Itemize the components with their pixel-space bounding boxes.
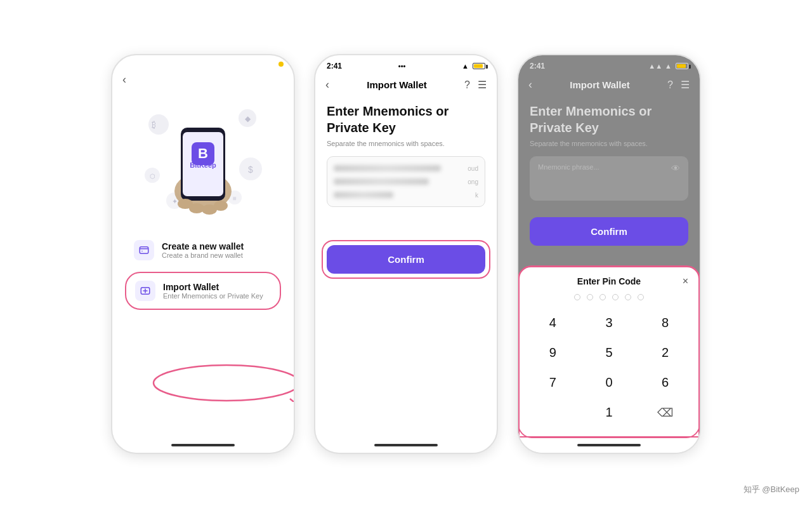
pin-key-7[interactable]: 7 xyxy=(526,369,580,396)
pin-dot-3 xyxy=(599,294,606,300)
create-wallet-text: Create a new wallet Create a brand new w… xyxy=(162,241,244,259)
pin-dot-6 xyxy=(638,294,644,300)
wifi-icon: ▲ xyxy=(462,62,469,70)
create-wallet-icon xyxy=(134,240,154,260)
mnemonic-input-blurred[interactable]: oud ong k xyxy=(327,156,485,207)
pin-dot-1 xyxy=(574,294,580,300)
watermark: 知乎 @BitKeep xyxy=(743,484,799,495)
pin-key-9[interactable]: 9 xyxy=(526,339,580,366)
phone2-import-content: Enter Mnemonics orPrivate Key Separate t… xyxy=(315,97,497,438)
svg-point-23 xyxy=(141,251,143,252)
import-wallet-text: Import Wallet Enter Mnemonics or Private… xyxy=(163,282,263,300)
phone-3: 2:41 ▲▲ ▲ ‹ Import Wallet ? ☰ Enter Mnem… xyxy=(517,54,701,454)
svg-point-25 xyxy=(154,365,295,401)
pin-backspace-button[interactable]: ⌫ xyxy=(638,399,692,426)
pin-dot-2 xyxy=(587,294,593,300)
phone2-nav-actions: ? ☰ xyxy=(464,79,487,91)
phone3-top-content: Enter Mnemonics orPrivate Key Separate t… xyxy=(518,97,700,217)
phone3-nav-actions: ? ☰ xyxy=(667,79,690,91)
phone-1: ‹ ₿ ◆ ⬡ $ ✦ ≡ xyxy=(111,54,295,454)
phone3-wifi-icon: ▲ xyxy=(665,62,672,70)
phone2-nav-title: Import Wallet xyxy=(367,79,426,90)
wallet-options: Create a new wallet Create a brand new w… xyxy=(112,226,294,316)
pin-key-2[interactable]: 2 xyxy=(638,339,692,366)
create-wallet-title: Create a new wallet xyxy=(162,241,244,251)
bitkeep-illustration: ₿ ◆ ⬡ $ ✦ ≡ BitKeep B xyxy=(140,93,266,220)
create-wallet-subtitle: Create a brand new wallet xyxy=(162,251,244,259)
pin-key-4[interactable]: 4 xyxy=(526,309,580,337)
import-wallet-subtitle: Enter Mnemonics or Private Key xyxy=(163,292,263,300)
home-indicator-3 xyxy=(518,438,700,453)
phone2-nav-bar: ‹ Import Wallet ? ☰ xyxy=(315,73,497,97)
blur-line-3 xyxy=(334,192,393,198)
svg-point-21 xyxy=(214,201,228,211)
pin-key-3[interactable]: 3 xyxy=(582,309,636,337)
battery-fill xyxy=(474,64,483,68)
phone3-menu-icon[interactable]: ☰ xyxy=(681,79,690,91)
phone3-battery-icon xyxy=(676,63,688,69)
phone3-battery-fill xyxy=(677,64,686,68)
phone2-signal-icon: ••• xyxy=(398,62,406,70)
home-bar-3 xyxy=(577,444,641,446)
svg-text:B: B xyxy=(198,145,208,161)
phone3-nav-bar: ‹ Import Wallet ? ☰ xyxy=(518,73,700,97)
phone3-confirm-button[interactable]: Confirm xyxy=(530,217,688,246)
svg-text:₿: ₿ xyxy=(152,119,156,130)
import-wallet-option[interactable]: Import Wallet Enter Mnemonics or Private… xyxy=(125,272,281,310)
svg-text:$: $ xyxy=(248,164,253,175)
pin-code-panel: Enter Pin Code × 4 3 8 9 5 2 7 0 6 xyxy=(518,266,700,438)
menu-icon[interactable]: ☰ xyxy=(478,79,487,91)
blur-end-text-2: ong xyxy=(453,178,478,185)
pin-title: Enter Pin Code xyxy=(577,276,641,286)
svg-text:≡: ≡ xyxy=(233,195,237,202)
phone3-input-placeholder: Mnemonic phrase... xyxy=(538,163,599,171)
phone2-confirm-button[interactable]: Confirm xyxy=(327,245,485,274)
pin-close-button[interactable]: × xyxy=(683,276,688,287)
phone2-section-title: Enter Mnemonics orPrivate Key xyxy=(327,103,485,136)
pin-dot-5 xyxy=(625,294,631,300)
status-dot xyxy=(278,62,284,67)
phone3-status-icons: ▲▲ ▲ xyxy=(648,62,688,70)
phone1-back-button[interactable]: ‹ xyxy=(122,73,126,86)
phone1-welcome-content: ₿ ◆ ⬡ $ ✦ ≡ BitKeep B xyxy=(112,86,294,438)
pin-key-6[interactable]: 6 xyxy=(638,369,692,396)
pin-key-5[interactable]: 5 xyxy=(582,339,636,366)
home-indicator-2 xyxy=(315,438,497,453)
import-wallet-title: Import Wallet xyxy=(163,282,263,292)
phone-2: 2:41 ••• ▲ ‹ Import Wallet ? ☰ Enter Mne… xyxy=(314,54,498,454)
phone3-status-bar: 2:41 ▲▲ ▲ xyxy=(518,55,700,73)
pin-key-0[interactable]: 0 xyxy=(582,369,636,396)
svg-text:✦: ✦ xyxy=(172,197,178,205)
home-bar-2 xyxy=(374,444,438,446)
blur-end-text-3: k xyxy=(453,192,478,199)
blur-end-text: oud xyxy=(453,165,478,172)
import-wallet-icon xyxy=(135,281,155,301)
phone2-status-bar: 2:41 ••• ▲ xyxy=(315,55,497,73)
phone3-mnemonic-input[interactable]: Mnemonic phrase... 👁 xyxy=(530,156,688,201)
phone2-confirm-wrapper: Confirm xyxy=(327,245,485,274)
phone2-time: 2:41 xyxy=(327,62,342,70)
phone3-nav-title: Import Wallet xyxy=(570,79,629,90)
phone3-help-icon[interactable]: ? xyxy=(667,79,673,91)
phone2-section-sub: Separate the mnemonics with spaces. xyxy=(327,140,485,147)
svg-text:⬡: ⬡ xyxy=(150,173,155,180)
phone3-section-title: Enter Mnemonics orPrivate Key xyxy=(530,103,688,136)
home-bar xyxy=(171,444,235,446)
phone3-section-sub: Separate the mnemonics with spaces. xyxy=(530,140,688,147)
phone3-eye-icon[interactable]: 👁 xyxy=(671,163,680,173)
svg-rect-22 xyxy=(140,247,148,254)
battery-icon xyxy=(473,63,485,69)
help-icon[interactable]: ? xyxy=(464,79,470,91)
pin-dots-row xyxy=(526,294,692,300)
pin-dot-4 xyxy=(612,294,619,300)
phone3-back-button[interactable]: ‹ xyxy=(528,78,532,91)
phone2-status-icons: ▲ xyxy=(462,62,485,70)
phone3-body: Enter Mnemonics orPrivate Key Separate t… xyxy=(518,97,700,438)
pin-key-8[interactable]: 8 xyxy=(638,309,692,337)
pin-header: Enter Pin Code × xyxy=(526,276,692,286)
create-wallet-option[interactable]: Create a new wallet Create a brand new w… xyxy=(125,232,281,268)
pin-key-1[interactable]: 1 xyxy=(582,399,636,426)
svg-text:◆: ◆ xyxy=(245,114,251,123)
phone1-status-bar xyxy=(112,55,294,69)
phone2-back-button[interactable]: ‹ xyxy=(325,78,329,91)
